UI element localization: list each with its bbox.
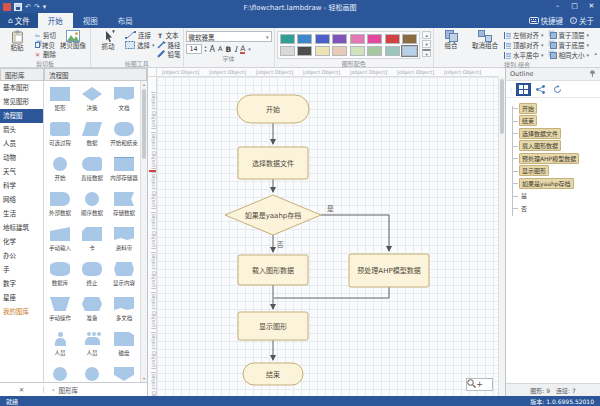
- category-item[interactable]: 我的图库: [0, 305, 43, 319]
- delete-button[interactable]: ✕删除: [34, 50, 56, 59]
- color-swatch[interactable]: [332, 46, 347, 56]
- shape-item[interactable]: 手动操作: [44, 291, 76, 326]
- color-swatch[interactable]: [280, 34, 295, 44]
- category-item[interactable]: 手: [0, 263, 43, 277]
- outline-item[interactable]: 选择数据文件: [519, 127, 600, 140]
- category-item[interactable]: 办公: [0, 249, 43, 263]
- shape-item[interactable]: 检查: [76, 361, 108, 382]
- category-item[interactable]: 化学: [0, 235, 43, 249]
- minimize-button[interactable]: –: [549, 0, 566, 13]
- shape-item[interactable]: 数据库: [44, 256, 76, 291]
- shape-item[interactable]: 开始: [44, 151, 76, 186]
- outline-item[interactable]: 载入图形数据: [519, 140, 600, 153]
- font-color-dropdown-icon[interactable]: ▾: [248, 46, 251, 52]
- cut-button[interactable]: ✂剪切: [34, 31, 56, 40]
- color-swatch[interactable]: [315, 34, 330, 44]
- color-swatch[interactable]: [315, 46, 330, 56]
- shortcut-keys-button[interactable]: 快捷键: [529, 15, 564, 26]
- shape-item[interactable]: 开始和结束: [108, 116, 140, 151]
- shape-item[interactable]: 汇总连接: [44, 361, 76, 382]
- copy-image-button[interactable]: 拷贝图像: [58, 29, 88, 50]
- color-swatch[interactable]: [297, 46, 312, 56]
- shape-item[interactable]: 内部存储器: [108, 151, 140, 186]
- undo-icon[interactable]: ↶: [25, 3, 31, 11]
- sidebar-scrollbar[interactable]: ▴ ▾: [140, 81, 147, 382]
- paste-button[interactable]: 粘贴: [2, 29, 32, 52]
- ribbon-tab[interactable]: 开始: [38, 13, 73, 28]
- outline-item[interactable]: 是: [519, 190, 600, 203]
- path-tool-button[interactable]: 路径: [157, 41, 181, 50]
- outline-item[interactable]: 预处理AHP模型数据: [519, 152, 600, 165]
- zoom-in-icon[interactable]: +: [476, 380, 483, 389]
- category-item[interactable]: 地标建筑: [0, 221, 43, 235]
- category-item[interactable]: 网络: [0, 193, 43, 207]
- order-button[interactable]: 置于顶层 ▾: [548, 31, 590, 40]
- shape-item[interactable]: 数据: [76, 116, 108, 151]
- group-button[interactable]: 组合: [436, 29, 466, 50]
- outline-item[interactable]: 如果是yaahp存档: [519, 177, 600, 190]
- category-item[interactable]: 科学: [0, 179, 43, 193]
- shape-item[interactable]: 手动输入: [44, 221, 76, 256]
- qat-dropdown-icon[interactable]: ▾: [43, 3, 47, 11]
- shape-item[interactable]: 多文档: [108, 291, 140, 326]
- align-button[interactable]: 左侧对齐 ▾: [504, 31, 544, 40]
- color-swatch[interactable]: [367, 34, 382, 44]
- shape-item[interactable]: 终止: [76, 256, 108, 291]
- color-swatch[interactable]: [402, 34, 417, 44]
- category-item[interactable]: 人员: [0, 137, 43, 151]
- library-footer-tab[interactable]: ‹ 图形库: [44, 385, 147, 395]
- category-item[interactable]: 动物: [0, 151, 43, 165]
- shape-item[interactable]: 显示内容: [108, 256, 140, 291]
- pin-icon[interactable]: [589, 70, 596, 78]
- relation-view-button[interactable]: [533, 83, 548, 96]
- shape-item[interactable]: 资料带: [108, 221, 140, 256]
- palette-more-button[interactable]: ▾: [422, 49, 431, 57]
- color-swatch[interactable]: [350, 46, 365, 56]
- outline-item[interactable]: 显示图形: [519, 165, 600, 178]
- outline-item[interactable]: 否: [519, 202, 600, 215]
- zoom-control[interactable]: +: [466, 378, 493, 391]
- font-family-select[interactable]: 微软雅黑 ▾: [186, 31, 272, 42]
- text-tool-button[interactable]: T文本: [157, 31, 181, 40]
- outline-item[interactable]: 结束: [519, 115, 600, 128]
- ungroup-button[interactable]: 取消组合: [468, 29, 502, 50]
- save-icon[interactable]: [14, 3, 22, 11]
- shape-item[interactable]: 决策: [76, 81, 108, 116]
- canvas-scrollbar[interactable]: [498, 77, 505, 396]
- category-item[interactable]: 流程图: [0, 109, 43, 123]
- shape-item[interactable]: 卡: [76, 221, 108, 256]
- font-size-spinner[interactable]: ▴▾: [205, 45, 207, 53]
- ribbon-tab[interactable]: 视图: [73, 13, 108, 28]
- category-item[interactable]: 基本图形: [0, 81, 43, 95]
- canvas-scrollbar-thumb[interactable]: [500, 79, 504, 134]
- align-button[interactable]: 顶部对齐 ▾: [504, 41, 544, 50]
- shrink-font-button[interactable]: A: [218, 45, 222, 53]
- shape-item[interactable]: 外部数据: [44, 186, 76, 221]
- shape-item[interactable]: 磁盘: [108, 326, 140, 361]
- outline-item[interactable]: 开始: [519, 102, 600, 115]
- scrollbar-thumb[interactable]: [142, 89, 146, 159]
- close-library-button[interactable]: ✕: [0, 386, 44, 393]
- scroll-up-icon[interactable]: ▴: [141, 81, 147, 88]
- color-swatch[interactable]: [332, 34, 347, 44]
- shape-item[interactable]: 存储数据: [108, 186, 140, 221]
- shape-item[interactable]: 准备: [76, 291, 108, 326]
- connector-button[interactable]: 连接: [125, 31, 155, 40]
- magnifier-icon[interactable]: [467, 379, 476, 388]
- align-button[interactable]: 水平居中 ▾: [504, 51, 544, 60]
- shape-item[interactable]: 直接数据: [76, 151, 108, 186]
- font-size-input[interactable]: 14: [186, 44, 202, 54]
- bold-button[interactable]: B: [225, 45, 231, 54]
- redo-icon[interactable]: ↷: [34, 3, 40, 11]
- category-item[interactable]: 箭头: [0, 123, 43, 137]
- canvas[interactable]: [object Object][object Object][object Ob…: [148, 68, 505, 396]
- order-button[interactable]: 相同大小 ▾: [548, 51, 590, 60]
- grab-button[interactable]: 抓动: [93, 29, 123, 51]
- flow-edge[interactable]: [274, 287, 389, 298]
- ribbon-collapse-icon[interactable]: ▴: [594, 50, 597, 56]
- color-swatch[interactable]: [367, 46, 382, 56]
- outline-view-button[interactable]: [516, 83, 531, 96]
- drawing-area[interactable]: 否是开始选择数据文件如果是yaahp存档载入图形数据预处理AHP模型数据显示图形…: [157, 77, 498, 396]
- flow-edge[interactable]: [321, 215, 389, 251]
- color-swatch[interactable]: [297, 34, 312, 44]
